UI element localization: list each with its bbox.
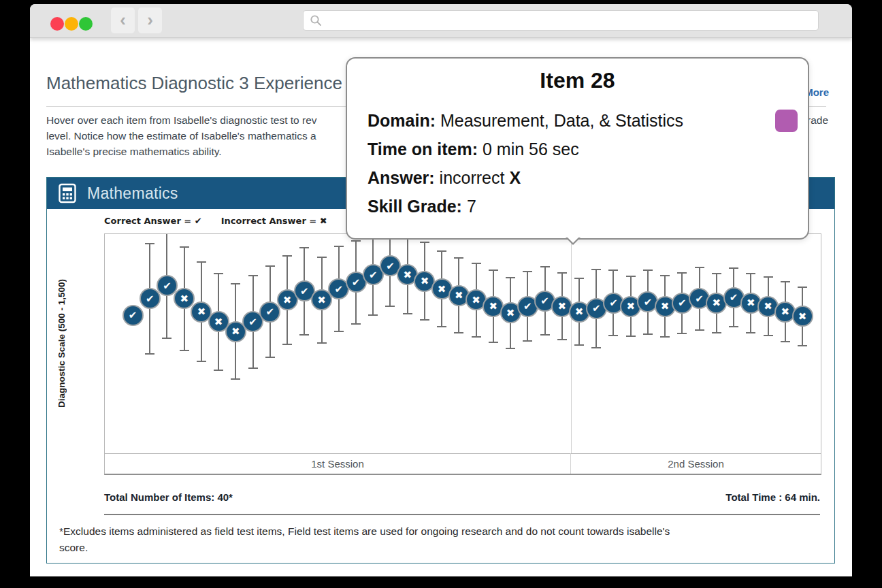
footnote-line-1: *Excludes items administered as field te… bbox=[59, 523, 801, 540]
panel-title: Mathematics bbox=[87, 184, 178, 203]
search-input[interactable] bbox=[327, 12, 806, 29]
session-axis: 1st Session 2nd Session bbox=[104, 453, 821, 475]
tooltip-answer-row: Answer: incorrect X bbox=[368, 163, 521, 192]
chart-legend: Correct Answer = ✔ Incorrect Answer = ✖ bbox=[104, 216, 327, 226]
browser-window: ‹ › Mathematics Diagnostic 3 Experience … bbox=[30, 4, 852, 576]
tooltip-answer-label: Answer: bbox=[368, 168, 435, 187]
legend-incorrect: Incorrect Answer = ✖ bbox=[221, 216, 327, 226]
tooltip-answer-value: incorrect bbox=[440, 168, 505, 187]
tooltip-domain-value: Measurement, Data, & Statistics bbox=[440, 111, 683, 130]
domain-color-swatch bbox=[775, 110, 798, 132]
tooltip-answer-glyph: X bbox=[509, 168, 521, 187]
chart-item-2[interactable]: ✔ bbox=[140, 288, 161, 309]
tooltip-time-label: Time on item: bbox=[368, 140, 478, 159]
session-1-label: 1st Session bbox=[105, 453, 571, 474]
browser-chrome: ‹ › bbox=[30, 4, 852, 38]
session-2-label: 2nd Session bbox=[571, 453, 821, 474]
footnote: *Excludes items administered as field te… bbox=[59, 523, 801, 556]
traffic-light-minimize-button[interactable] bbox=[65, 17, 78, 31]
chart-item-1[interactable]: ✔ bbox=[122, 305, 144, 326]
search-icon bbox=[310, 14, 322, 27]
totals-row: Total Number of Items: 40* Total Time : … bbox=[104, 491, 820, 503]
intro-line-1: Hover over each item from Isabelle's dia… bbox=[46, 114, 317, 127]
y-axis-label: Diagnostic Scale (500 - 1,500) bbox=[52, 233, 70, 453]
tooltip-time-row: Time on item: 0 min 56 sec bbox=[368, 135, 579, 163]
total-time-label: Total Time : 64 min. bbox=[725, 491, 820, 503]
plot-area: ✔✔✔✖✖✖✖✔✔✖✔✖✔✔✔✔✖✖✖✖✖✖✖✔✔✖✖✔✔✖✔✖✔✔✖✔✖✖✖✖ bbox=[104, 233, 821, 454]
tooltip-title: Item 28 bbox=[347, 68, 808, 93]
intro-line-3: Isabelle's precise mathematics ability. bbox=[46, 146, 222, 158]
tooltip-domain-row: Domain: Measurement, Data, & Statistics bbox=[368, 106, 683, 135]
page-title: Mathematics Diagnostic 3 Experience bbox=[46, 73, 342, 94]
back-button[interactable]: ‹ bbox=[111, 7, 135, 33]
session-divider-line bbox=[571, 234, 572, 453]
tooltip-time-value: 0 min 56 sec bbox=[483, 140, 579, 159]
tooltip-skill-value: 7 bbox=[467, 197, 476, 216]
totals-divider bbox=[104, 514, 820, 515]
footnote-line-2: score. bbox=[59, 540, 801, 556]
chevron-right-icon: › bbox=[147, 10, 153, 30]
tooltip-domain-label: Domain: bbox=[368, 111, 436, 130]
chevron-left-icon: ‹ bbox=[120, 10, 126, 30]
item-tooltip: Item 28 Domain: Measurement, Data, & Sta… bbox=[346, 57, 809, 240]
intro-line-2: level. Notice how the estimate of Isabel… bbox=[46, 130, 316, 142]
calculator-icon bbox=[58, 183, 77, 203]
traffic-light-zoom-button[interactable] bbox=[79, 17, 93, 31]
legend-correct: Correct Answer = ✔ bbox=[104, 216, 202, 226]
total-items-label: Total Number of Items: 40* bbox=[104, 491, 233, 503]
tooltip-skill-row: Skill Grade: 7 bbox=[368, 192, 476, 220]
chart-item-40[interactable]: ✖ bbox=[792, 306, 813, 327]
forward-button[interactable]: › bbox=[138, 7, 162, 33]
traffic-light-close-button[interactable] bbox=[50, 17, 64, 31]
tooltip-skill-label: Skill Grade: bbox=[368, 197, 462, 216]
intro-line-1-fragment: rade bbox=[807, 114, 828, 127]
address-search-bar[interactable] bbox=[303, 10, 819, 31]
